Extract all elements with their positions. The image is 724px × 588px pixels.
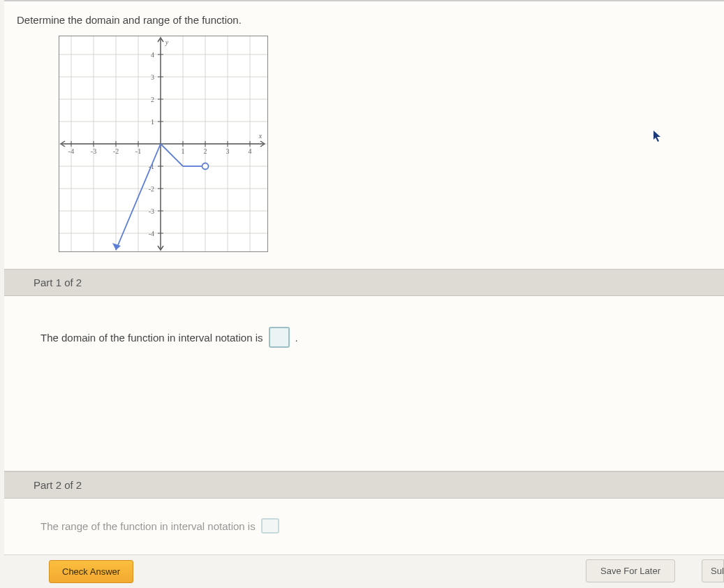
part-1-header: Part 1 of 2	[4, 269, 724, 296]
part-1-body: The domain of the function in interval n…	[4, 296, 724, 471]
function-graph: -4 -3 -2 -1 1 2 3 4 4 3 2 1 -1 -2 -3 -4	[59, 36, 724, 252]
part-2-header: Part 2 of 2	[4, 471, 724, 499]
svg-point-58	[202, 163, 209, 170]
range-answer-input[interactable]	[261, 518, 279, 534]
svg-text:1: 1	[182, 147, 185, 155]
svg-text:4: 4	[249, 147, 252, 155]
part-2-body: The range of the function in interval no…	[4, 499, 724, 534]
part-1-prompt: The domain of the function in interval n…	[40, 332, 263, 344]
svg-text:3: 3	[226, 147, 230, 155]
svg-text:1: 1	[151, 118, 154, 126]
svg-text:-4: -4	[149, 230, 154, 237]
svg-marker-57	[112, 243, 121, 250]
svg-line-55	[161, 144, 183, 166]
save-for-later-button[interactable]: Save For Later	[586, 559, 675, 582]
svg-text:-3: -3	[91, 147, 96, 155]
svg-text:-2: -2	[149, 185, 154, 193]
submit-button[interactable]: Sub	[702, 559, 724, 582]
svg-text:y: y	[165, 38, 169, 46]
svg-text:-1: -1	[135, 147, 141, 155]
part-1-period: .	[295, 332, 298, 344]
question-text: Determine the domain and range of the fu…	[4, 14, 724, 36]
svg-text:4: 4	[151, 51, 154, 59]
svg-text:-2: -2	[113, 147, 119, 155]
svg-text:2: 2	[151, 96, 154, 103]
part-2-prompt: The range of the function in interval no…	[40, 520, 256, 532]
svg-text:-4: -4	[68, 147, 74, 155]
svg-text:-3: -3	[149, 207, 154, 215]
check-answer-button[interactable]: Check Answer	[49, 560, 133, 583]
graph-svg: -4 -3 -2 -1 1 2 3 4 4 3 2 1 -1 -2 -3 -4	[59, 36, 267, 251]
svg-text:3: 3	[151, 73, 154, 81]
svg-text:2: 2	[204, 147, 207, 155]
svg-text:x: x	[258, 132, 263, 140]
domain-answer-input[interactable]	[269, 327, 290, 348]
